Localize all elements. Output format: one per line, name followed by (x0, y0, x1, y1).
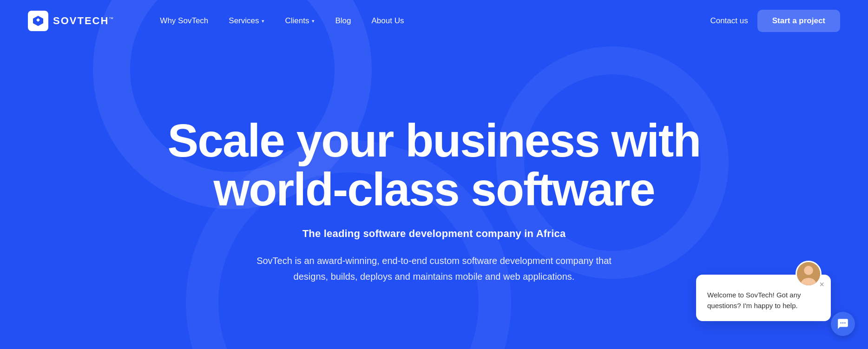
nav-about-us[interactable]: About Us (363, 13, 412, 29)
svg-point-1 (804, 266, 813, 275)
nav-clients[interactable]: Clients ▾ (276, 13, 323, 29)
chat-popup: × Welcome to SovTech! Got any questions?… (696, 275, 831, 322)
chat-popup-message: Welcome to SovTech! Got any questions? I… (707, 290, 820, 311)
chat-open-button[interactable] (831, 312, 855, 336)
contact-us-link[interactable]: Contact us (710, 16, 748, 26)
chat-bubble-icon (837, 318, 849, 330)
nav-why-sovtech[interactable]: Why SovTech (151, 13, 217, 29)
chat-popup-close-button[interactable]: × (819, 280, 824, 289)
avatar-image (797, 262, 820, 285)
start-project-button[interactable]: Start a project (757, 10, 840, 32)
brand-name: SOVTECH™ (53, 15, 114, 27)
nav-right: Contact us Start a project (710, 10, 840, 32)
services-chevron-icon: ▾ (262, 18, 264, 24)
clients-chevron-icon: ▾ (312, 18, 315, 24)
hero-title: Scale your business with world-class sof… (168, 116, 701, 214)
hero-subtitle: The leading software development company… (302, 228, 566, 240)
hero-description: SovTech is an award-winning, end-to-end … (253, 253, 615, 284)
hero-section: SOVTECH™ Why SovTech Services ▾ Clients … (0, 0, 868, 349)
nav-services[interactable]: Services ▾ (220, 13, 273, 29)
logo-icon (28, 11, 48, 31)
chat-avatar (796, 261, 822, 287)
logo[interactable]: SOVTECH™ (28, 11, 114, 31)
nav-blog[interactable]: Blog (327, 13, 359, 29)
nav-links: Why SovTech Services ▾ Clients ▾ Blog Ab… (151, 13, 710, 29)
navbar: SOVTECH™ Why SovTech Services ▾ Clients … (0, 0, 868, 42)
